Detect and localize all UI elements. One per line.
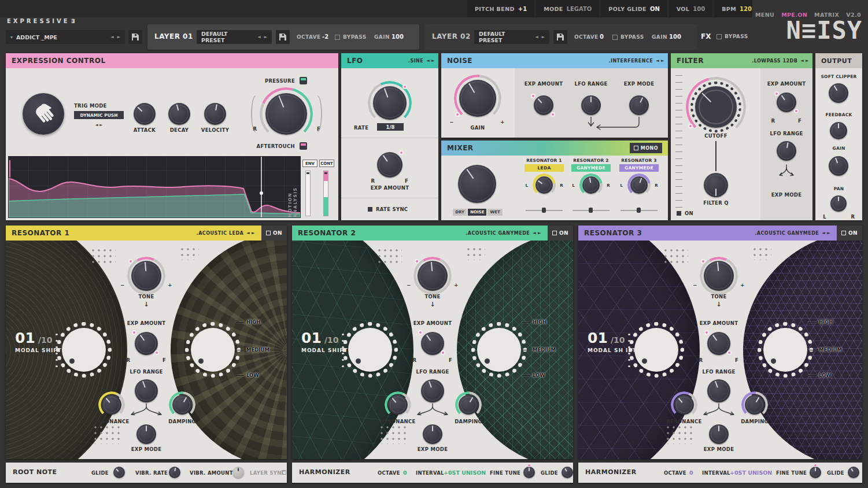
lfo-rate-knob[interactable]	[373, 86, 407, 120]
resonator-3-tone-knob[interactable]	[704, 261, 734, 291]
resonator-2-type-swap-icon[interactable]: ◄ ►	[533, 231, 541, 235]
mode-value[interactable]: LEGATO	[567, 6, 592, 12]
resonator-1-type-value[interactable]: .ACOUSTIC LEDA	[197, 231, 244, 236]
noise-type-value[interactable]: .INTERFERENCE	[608, 58, 653, 64]
layer-2-gain-value[interactable]: 100	[669, 34, 681, 40]
tab-layer-02[interactable]: LAYER 02	[432, 32, 471, 40]
pitch-bend-control[interactable]: PITCH BEND +1	[467, 0, 534, 17]
volume-control[interactable]: VOL 100	[669, 0, 712, 17]
vibr-rate-knob[interactable]	[169, 467, 180, 478]
resonator-3-type-swap-icon[interactable]: ◄ ►	[822, 231, 830, 235]
channel-2-pan-knob[interactable]	[582, 176, 600, 194]
dry-button[interactable]: DRY	[453, 209, 467, 216]
channel-1-level-handle[interactable]	[542, 208, 546, 213]
cont-slider[interactable]	[323, 171, 328, 216]
cont-display-button[interactable]: CONT	[319, 160, 334, 167]
layer-2-save-button[interactable]	[553, 30, 567, 44]
filter-on-checkbox[interactable]	[677, 211, 681, 216]
fx-bypass-checkbox[interactable]	[716, 34, 722, 39]
global-preset-selector[interactable]: ▾ ADDICT _MPE ◄ ►	[6, 30, 125, 44]
resonator-1-lfo-range-knob[interactable]	[135, 379, 158, 402]
attack-knob[interactable]	[134, 103, 156, 125]
channel-2-model-value[interactable]: GANYMEDE	[571, 164, 611, 172]
preset-next-icon[interactable]: ►	[117, 35, 120, 39]
filter-type-value[interactable]: .LOWPASS 12DB	[752, 58, 797, 64]
poly-glide-value[interactable]: ON	[650, 6, 660, 12]
resonator-3-exp-mode-knob[interactable]	[709, 424, 729, 444]
harmonizer-1-interval-value[interactable]: +0ST UNISON	[444, 469, 486, 476]
harmonizer-1-glide-knob[interactable]	[562, 467, 573, 478]
harmonizer-2-octave-value[interactable]: 0	[689, 469, 693, 476]
channel-3-level-handle[interactable]	[637, 208, 641, 213]
layer-2-bypass-checkbox[interactable]	[612, 35, 618, 40]
lfo-wave-swap-icon[interactable]: ◄ ►	[426, 58, 435, 63]
layer-1-save-button[interactable]	[276, 30, 290, 44]
resonator-1-on-toggle[interactable]: ON	[261, 225, 287, 241]
noise-gain-knob[interactable]	[459, 80, 496, 117]
lfo-wave-value[interactable]: .SINE	[408, 58, 423, 64]
layer-1-preset-next-icon[interactable]: ►	[264, 35, 267, 39]
resonator-3-register-knob[interactable]	[763, 328, 807, 372]
resonator-3-damping-knob[interactable]	[745, 395, 764, 415]
layer-2-preset-selector[interactable]: DEFAULT PRESET ◄ ►	[474, 30, 549, 44]
resonator-2-exp-mode-knob[interactable]	[423, 424, 442, 444]
preset-prev-icon[interactable]: ◄	[110, 35, 113, 39]
resonator-2-on-toggle[interactable]: ON	[548, 225, 573, 241]
filter-lfo-range-knob[interactable]	[777, 141, 796, 161]
pitch-bend-value[interactable]: +1	[518, 6, 527, 12]
resonator-2-register-knob[interactable]	[477, 328, 521, 372]
resonator-2-type-value[interactable]: .ACOUSTIC GANYMEDE	[466, 231, 530, 236]
layer-1-preset-prev-icon[interactable]: ◄	[257, 35, 260, 39]
resonator-1-type-swap-icon[interactable]: ◄ ►	[246, 231, 255, 235]
rate-sync-checkbox[interactable]	[368, 207, 372, 212]
volume-value[interactable]: 100	[693, 6, 705, 12]
harmonizer-2-fine-tune-knob[interactable]	[810, 467, 821, 478]
root-glide-knob[interactable]	[113, 467, 125, 478]
channel-3-model-value[interactable]: GANYMEDE	[619, 164, 659, 172]
filter-type-swap-icon[interactable]: ◄ ►	[800, 58, 809, 63]
resonator-1-damping-knob[interactable]	[172, 395, 192, 415]
pressure-knob[interactable]	[265, 93, 307, 135]
resonator-3-on-toggle[interactable]: ON	[837, 225, 862, 241]
velocity-knob[interactable]	[204, 103, 226, 125]
resonator-3-resonance-knob[interactable]	[674, 395, 694, 415]
resonator-2-modal-shift-knob[interactable]	[348, 328, 392, 372]
env-display-button[interactable]: ENV	[302, 160, 317, 167]
aftertouch-toggle[interactable]	[300, 142, 307, 150]
resonator-3-type-value[interactable]: .ACOUSTIC GANYMEDE	[755, 231, 819, 236]
soft-clipper-knob[interactable]	[829, 83, 848, 103]
resonator-3-modal-shift-knob[interactable]	[634, 328, 678, 372]
resonator-1-tone-knob[interactable]	[131, 261, 161, 291]
channel-2-level-handle[interactable]	[589, 208, 593, 213]
filter-exp-amount-knob[interactable]	[777, 93, 796, 112]
trig-mode-hand-button[interactable]	[23, 93, 64, 135]
noise-exp-amount-knob[interactable]	[534, 95, 553, 115]
resonator-2-lfo-range-knob[interactable]	[421, 379, 444, 402]
layer-1-preset-selector[interactable]: DEFAULT PRESET ◄ ►	[197, 30, 272, 44]
env-slider[interactable]	[305, 171, 311, 216]
channel-1-model-value[interactable]: LEDA	[525, 164, 564, 172]
channel-1-pan-knob[interactable]	[535, 176, 553, 194]
trig-mode-swap-icon[interactable]: ◄ ►	[90, 123, 108, 127]
decay-knob[interactable]	[168, 103, 190, 125]
resonator-2-damping-knob[interactable]	[459, 395, 478, 415]
tab-layer-01[interactable]: LAYER 01	[154, 32, 193, 40]
noise-exp-mode-knob[interactable]	[629, 95, 649, 115]
resonator-2-tone-knob[interactable]	[418, 261, 448, 291]
resonator-3-lfo-range-knob[interactable]	[707, 379, 730, 402]
resonator-2-resonance-knob[interactable]	[388, 395, 408, 415]
global-preset-save-button[interactable]	[128, 30, 142, 44]
trig-mode-value-button[interactable]: DYNAMIC PUSH	[74, 111, 124, 119]
bpm-value[interactable]: 120	[740, 6, 752, 12]
noise-lfo-range-knob[interactable]	[581, 95, 601, 115]
layer-2-octave-value[interactable]: 0	[600, 34, 604, 40]
layer-1-gain-value[interactable]: 100	[391, 34, 404, 40]
layer-1-bypass-checkbox[interactable]	[335, 35, 340, 40]
mode-control[interactable]: MODE LEGATO	[536, 0, 599, 17]
harmonizer-2-glide-knob[interactable]	[848, 467, 859, 478]
cutoff-knob[interactable]	[695, 86, 737, 128]
filter-q-knob[interactable]	[704, 173, 728, 197]
harmonizer-1-octave-value[interactable]: 0	[403, 469, 407, 476]
channel-3-pan-knob[interactable]	[630, 176, 648, 194]
harmonizer-1-fine-tune-knob[interactable]	[523, 467, 535, 478]
